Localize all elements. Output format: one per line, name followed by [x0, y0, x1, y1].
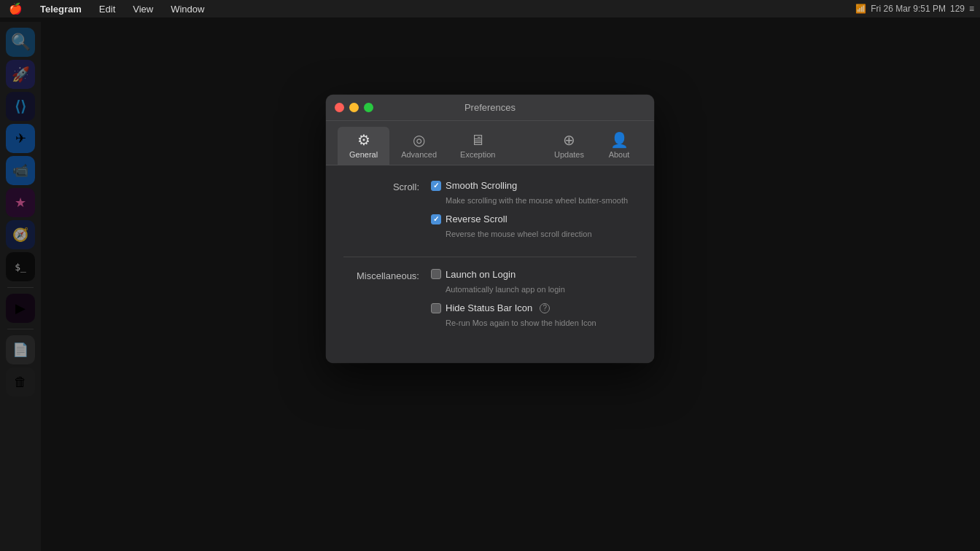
tab-exception[interactable]: 🖥 Exception [448, 128, 507, 165]
hide-status-bar-row: Hide Status Bar Icon ? [431, 302, 637, 313]
scroll-controls: Smooth Scrolling Make scrolling with the… [431, 180, 637, 245]
launch-login-desc: Automatically launch app on login [446, 284, 637, 295]
smooth-scrolling-desc: Make scrolling with the mouse wheel butt… [446, 195, 637, 206]
advanced-label: Advanced [401, 150, 437, 159]
window-menu[interactable]: Window [168, 4, 207, 15]
app-name-menu[interactable]: Telegram [37, 4, 85, 15]
hide-status-bar-desc: Re-run Mos again to show the hidden Icon [446, 318, 637, 329]
tab-updates[interactable]: ⊕ Updates [542, 127, 596, 165]
misc-controls: Launch on Login Automatically launch app… [431, 269, 637, 334]
section-divider [343, 257, 637, 257]
scroll-label: Scroll: [343, 180, 431, 192]
updates-label: Updates [554, 150, 584, 159]
help-icon[interactable]: ? [540, 303, 550, 313]
battery-icon: 129 [950, 4, 965, 14]
smooth-scrolling-label: Smooth Scrolling [446, 180, 517, 191]
toolbar: ⚙ General ◎ Advanced 🖥 Exception ⊕ Updat… [326, 121, 654, 165]
reverse-scroll-desc: Reverse the mouse wheel scroll direction [446, 229, 637, 240]
about-icon: 👤 [610, 131, 629, 149]
menubar: 🍎 Telegram Edit View Window 📶 Fri 26 Mar… [0, 0, 980, 17]
menubar-icons: 📶 Fri 26 Mar 9:51 PM 129 ≡ [855, 4, 974, 14]
launch-login-checkbox[interactable] [431, 269, 441, 279]
window-title: Preferences [464, 102, 516, 113]
general-label: General [349, 150, 378, 159]
smooth-scrolling-row: Smooth Scrolling [431, 180, 637, 191]
clock-icon: Fri 26 Mar 9:51 PM [871, 4, 946, 14]
preferences-window: Preferences ⚙ General ◎ Advanced 🖥 Excep… [326, 95, 654, 363]
launch-login-row: Launch on Login [431, 269, 637, 280]
reverse-scroll-label: Reverse Scroll [446, 214, 508, 224]
menubar-left: 🍎 Telegram Edit View Window [6, 2, 207, 15]
tab-advanced[interactable]: ◎ Advanced [389, 127, 448, 165]
tab-general[interactable]: ⚙ General [338, 127, 389, 165]
close-button[interactable] [335, 103, 344, 112]
general-icon: ⚙ [357, 131, 370, 149]
preferences-content: Scroll: Smooth Scrolling Make scrolling … [326, 165, 654, 363]
maximize-button[interactable] [364, 103, 373, 112]
smooth-scrolling-checkbox[interactable] [431, 181, 441, 191]
advanced-icon: ◎ [413, 131, 425, 149]
exception-icon: 🖥 [470, 132, 485, 149]
desktop: 🍎 Telegram Edit View Window 📶 Fri 26 Mar… [0, 0, 980, 551]
reverse-scroll-row: Reverse Scroll [431, 214, 637, 224]
misc-section: Miscellaneous: Launch on Login Automatic… [343, 269, 637, 334]
hide-status-bar-label: Hide Status Bar Icon [446, 302, 532, 313]
titlebar-buttons [335, 103, 373, 112]
tab-about[interactable]: 👤 About [596, 127, 642, 165]
menubar-right: 📶 Fri 26 Mar 9:51 PM 129 ≡ [855, 4, 974, 14]
launch-login-label: Launch on Login [446, 269, 516, 280]
misc-label: Miscellaneous: [343, 269, 431, 281]
exception-label: Exception [460, 150, 495, 159]
apple-menu[interactable]: 🍎 [6, 2, 26, 15]
updates-icon: ⊕ [563, 131, 575, 149]
edit-menu[interactable]: Edit [96, 4, 118, 15]
reverse-scroll-checkbox[interactable] [431, 214, 441, 224]
titlebar: Preferences [326, 95, 654, 121]
hide-status-bar-checkbox[interactable] [431, 303, 441, 313]
menu-extras-icon: ≡ [969, 4, 974, 14]
scroll-section: Scroll: Smooth Scrolling Make scrolling … [343, 180, 637, 245]
wifi-icon: 📶 [855, 4, 866, 14]
view-menu[interactable]: View [130, 4, 156, 15]
minimize-button[interactable] [349, 103, 359, 112]
about-label: About [609, 150, 630, 159]
